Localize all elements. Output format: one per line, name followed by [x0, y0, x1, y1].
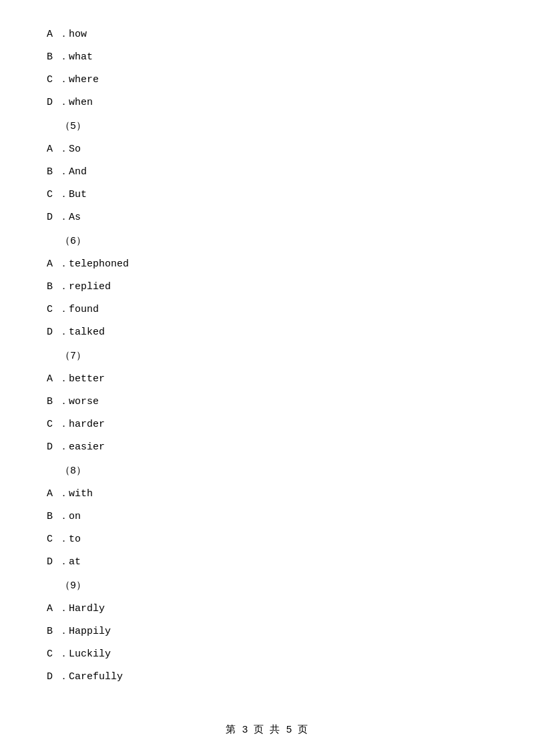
option-letter-4-1: B ．: [47, 511, 69, 522]
option-2-3: D ．talked: [47, 325, 487, 341]
option-3-2: C ．harder: [47, 417, 487, 433]
option-letter-5-3: D ．: [47, 671, 69, 683]
option-letter-2-0: A ．: [47, 258, 69, 270]
option-text-4-0: with: [69, 488, 93, 500]
option-text-4-3: at: [69, 556, 81, 568]
option-3-0: A ．better: [47, 371, 487, 387]
option-letter-3-1: B ．: [47, 396, 69, 407]
option-text-0-1: what: [69, 51, 93, 63]
option-letter-0-1: B ．: [47, 51, 69, 63]
option-letter-4-2: C ．: [47, 534, 69, 545]
option-text-1-2: But: [69, 189, 87, 200]
option-1-3: D ．As: [47, 210, 487, 226]
option-letter-0-2: C ．: [47, 74, 69, 85]
option-letter-4-0: A ．: [47, 488, 69, 500]
option-text-5-1: Happily: [69, 626, 111, 637]
option-3-3: D ．easier: [47, 439, 487, 455]
option-letter-0-0: A ．: [47, 29, 69, 40]
option-5-0: A ．Hardly: [47, 601, 487, 617]
option-text-0-0: how: [69, 29, 87, 40]
option-text-3-3: easier: [69, 441, 105, 453]
option-text-4-1: on: [69, 511, 81, 522]
option-0-0: A ．how: [47, 27, 487, 43]
option-letter-3-2: C ．: [47, 419, 69, 430]
option-text-1-1: And: [69, 166, 87, 178]
option-letter-4-3: D ．: [47, 556, 69, 568]
option-1-1: B ．And: [47, 164, 487, 180]
option-letter-1-0: A ．: [47, 144, 69, 155]
option-4-2: C ．to: [47, 532, 487, 548]
option-text-0-3: when: [69, 97, 93, 108]
option-4-0: A ．with: [47, 486, 487, 502]
option-text-2-3: talked: [69, 327, 105, 338]
option-text-5-2: Luckily: [69, 648, 111, 660]
section-label-3: （7）: [60, 349, 487, 365]
option-0-1: B ．what: [47, 49, 487, 65]
option-5-2: C ．Luckily: [47, 646, 487, 663]
option-letter-2-1: B ．: [47, 281, 69, 293]
option-text-2-2: found: [69, 304, 99, 315]
option-4-3: D ．at: [47, 554, 487, 570]
option-2-2: C ．found: [47, 302, 487, 318]
option-text-0-2: where: [69, 74, 99, 85]
option-letter-2-2: C ．: [47, 304, 69, 315]
option-2-0: A ．telephoned: [47, 256, 487, 272]
main-content: A ．howB ．whatC ．whereD ．when（5）A ．SoB ．A…: [0, 0, 534, 732]
option-text-3-2: harder: [69, 419, 105, 430]
option-text-3-1: worse: [69, 396, 99, 407]
page-footer: 第 3 页 共 5 页: [0, 723, 534, 736]
section-label-4: （8）: [60, 463, 487, 480]
option-0-2: C ．where: [47, 72, 487, 88]
option-letter-3-3: D ．: [47, 441, 69, 453]
option-letter-3-0: A ．: [47, 373, 69, 385]
option-text-4-2: to: [69, 534, 81, 545]
option-text-1-3: As: [69, 212, 81, 223]
option-letter-5-2: C ．: [47, 648, 69, 660]
option-3-1: B ．worse: [47, 394, 487, 410]
option-text-2-0: telephoned: [69, 258, 129, 270]
option-5-3: D ．Carefully: [47, 669, 487, 685]
option-text-3-0: better: [69, 373, 105, 385]
option-text-5-3: Carefully: [69, 671, 123, 683]
option-1-0: A ．So: [47, 142, 487, 158]
option-text-5-0: Hardly: [69, 603, 105, 614]
option-letter-2-3: D ．: [47, 327, 69, 338]
option-1-2: C ．But: [47, 187, 487, 203]
option-letter-1-1: B ．: [47, 166, 69, 178]
section-label-5: （9）: [60, 578, 487, 594]
section-label-2: （6）: [60, 234, 487, 250]
option-2-1: B ．replied: [47, 279, 487, 295]
option-text-2-1: replied: [69, 281, 111, 293]
footer-text: 第 3 页 共 5 页: [226, 725, 308, 736]
option-letter-1-3: D ．: [47, 212, 69, 223]
option-letter-5-1: B ．: [47, 626, 69, 637]
option-text-1-0: So: [69, 144, 81, 155]
option-5-1: B ．Happily: [47, 624, 487, 640]
option-letter-5-0: A ．: [47, 603, 69, 614]
option-4-1: B ．on: [47, 509, 487, 525]
option-letter-1-2: C ．: [47, 189, 69, 200]
option-letter-0-3: D ．: [47, 97, 69, 108]
option-0-3: D ．when: [47, 95, 487, 111]
section-label-1: （5）: [60, 119, 487, 135]
